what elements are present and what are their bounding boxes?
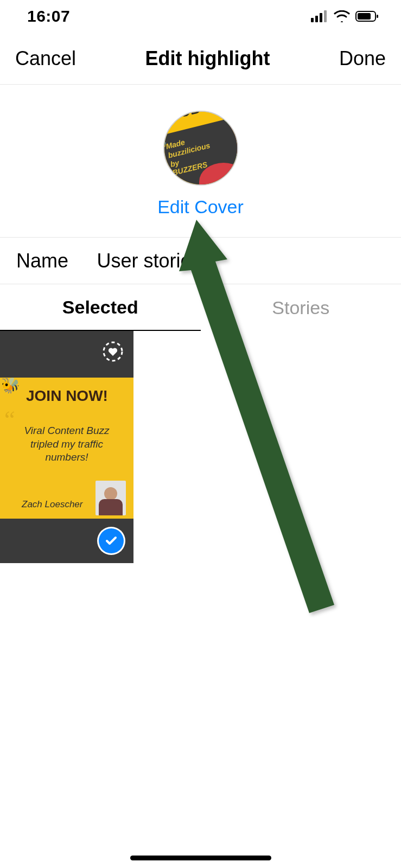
story-card: 🐝 JOIN NOW! “ Viral Content Buzz tripled… (0, 378, 133, 519)
story-tile[interactable]: 🐝 JOIN NOW! “ Viral Content Buzz tripled… (0, 331, 133, 563)
svg-rect-1 (315, 16, 318, 22)
story-author: Zach Loescher (22, 499, 82, 510)
name-row: Name (0, 238, 401, 284)
tab-stories[interactable]: Stories (201, 284, 402, 331)
svg-rect-2 (320, 13, 322, 22)
story-author-photo (96, 481, 126, 515)
status-icons (311, 10, 379, 22)
svg-rect-0 (311, 18, 314, 22)
tabs-row: Selected Stories (0, 284, 401, 331)
cover-thumbnail[interactable]: CBUZZ 🐝 Made buzzilicious by BUZZERS (163, 111, 238, 186)
svg-rect-6 (377, 15, 378, 18)
svg-rect-5 (358, 13, 371, 20)
edit-cover-link[interactable]: Edit Cover (157, 196, 244, 218)
home-indicator[interactable] (130, 856, 271, 860)
header-bar: Cancel Edit highlight Done (0, 33, 401, 85)
quote-mark-icon: “ (4, 406, 15, 433)
bee-icon: 🐝 (1, 376, 20, 394)
cover-brand-text: CBUZZ (167, 111, 238, 122)
close-friends-heart-icon (102, 341, 124, 362)
status-time: 16:07 (27, 7, 70, 25)
selected-check-icon[interactable] (99, 528, 124, 553)
story-quote: Viral Content Buzz tripled my traffic nu… (8, 414, 126, 464)
page-title: Edit highlight (145, 47, 270, 70)
stories-grid: 🐝 JOIN NOW! “ Viral Content Buzz tripled… (0, 331, 401, 563)
name-input[interactable] (97, 250, 385, 272)
svg-rect-3 (324, 10, 327, 22)
wifi-icon (334, 10, 350, 22)
tab-selected[interactable]: Selected (0, 284, 201, 331)
cellular-signal-icon (311, 10, 328, 22)
story-headline: JOIN NOW! (8, 387, 126, 405)
done-button[interactable]: Done (339, 47, 386, 70)
battery-icon (355, 10, 379, 22)
cover-section: CBUZZ 🐝 Made buzzilicious by BUZZERS Edi… (0, 85, 401, 238)
cancel-button[interactable]: Cancel (15, 47, 76, 70)
name-label: Name (16, 250, 97, 272)
status-bar: 16:07 (0, 0, 401, 33)
